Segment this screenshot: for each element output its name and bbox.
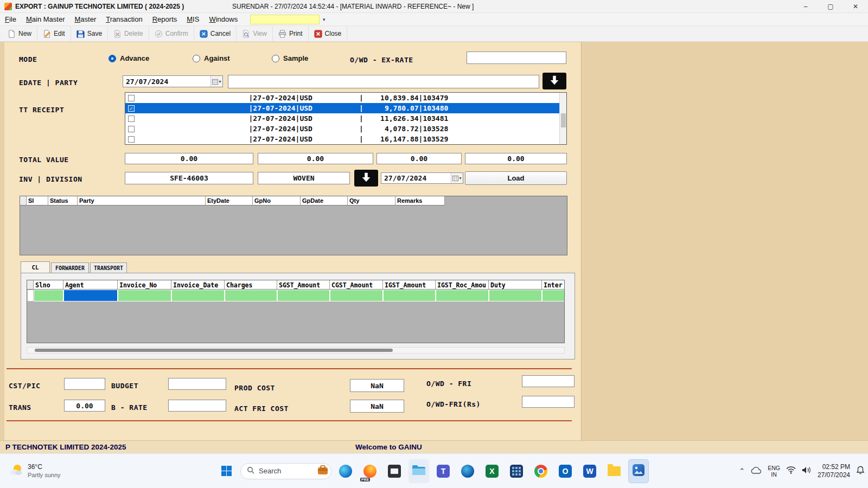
cell-invoice-date[interactable] (171, 290, 225, 301)
file-explorer-icon[interactable] (409, 459, 429, 483)
chrome-icon[interactable] (531, 459, 551, 483)
close-button[interactable]: Close (309, 26, 348, 41)
budget-input[interactable] (168, 378, 226, 390)
clock[interactable]: 02:52 PM 27/07/2024 (818, 463, 850, 479)
cell-igst-roc-amount[interactable] (436, 290, 489, 301)
view-button[interactable]: View (237, 26, 273, 41)
minimize-button[interactable]: – (793, 0, 818, 13)
edge-icon[interactable] (335, 459, 356, 483)
language-indicator[interactable]: ENG IN (768, 465, 780, 478)
inv-date-picker[interactable]: 27/07/2024 ▾ (381, 172, 463, 184)
calendar-icon[interactable]: ▾ (451, 173, 463, 183)
system-tray: ⌃ ENG IN 02:52 PM 27/07/2024 (739, 454, 865, 488)
outlook-icon[interactable]: O (555, 459, 576, 483)
checkbox-icon[interactable] (128, 95, 135, 101)
taskbar-search[interactable]: Search (240, 463, 331, 479)
b-rate-input[interactable] (168, 400, 226, 412)
checkbox-icon[interactable] (128, 136, 135, 143)
total-value-1[interactable]: 0.00 (125, 153, 253, 164)
cell-slno[interactable] (34, 290, 63, 301)
menu-reports[interactable]: Reports (148, 14, 182, 25)
scrollbar-thumb[interactable] (35, 349, 393, 352)
total-value-3[interactable]: 0.00 (376, 153, 462, 164)
party-input[interactable] (228, 75, 539, 88)
cell-duty[interactable] (489, 290, 542, 301)
cell-inter[interactable] (542, 290, 565, 301)
menu-windows[interactable]: Windows (204, 14, 242, 25)
checkbox-icon[interactable] (128, 126, 135, 132)
grid-horizontal-scrollbar[interactable] (27, 347, 565, 354)
calendar-icon[interactable]: ▾ (210, 76, 222, 87)
fetch-invoice-button[interactable] (354, 170, 378, 187)
menu-transaction[interactable]: Transaction (101, 14, 147, 25)
teams-icon[interactable]: T (433, 459, 454, 483)
owd-fri-input[interactable] (522, 375, 575, 387)
tt-receipt-row[interactable]: |27-07-2024|USD | 4,078.72|103528 (125, 124, 566, 134)
word-icon[interactable]: W (579, 459, 600, 483)
save-button[interactable]: Save (71, 26, 108, 41)
cell-invoice-no[interactable] (118, 290, 171, 301)
mode-radio-against[interactable]: Against (193, 54, 230, 62)
division-input[interactable]: WOVEN (258, 172, 350, 184)
close-window-button[interactable]: ✕ (843, 0, 868, 13)
mode-radio-sample[interactable]: Sample (272, 54, 308, 62)
tray-chevron-up-icon[interactable]: ⌃ (739, 467, 745, 475)
scrollbar-thumb[interactable] (561, 113, 566, 127)
combo-dropdown-icon[interactable]: ▾ (320, 15, 328, 24)
menu-main-master[interactable]: Main Master (21, 14, 70, 25)
tab-cl[interactable]: CL (21, 261, 50, 273)
tt-receipt-row[interactable]: |27-07-2024|USD | 16,147.88|103529 (125, 134, 566, 144)
notification-bell-icon[interactable] (856, 466, 865, 477)
owd-fri-rs-input[interactable] (522, 396, 575, 408)
grid-app-icon[interactable] (506, 459, 527, 483)
delete-button[interactable]: Delete (108, 26, 149, 41)
print-button[interactable]: Print (273, 26, 309, 41)
cancel-button[interactable]: Cancel (194, 26, 237, 41)
tab-transport[interactable]: TRANSPORT (90, 262, 127, 273)
tt-receipt-row[interactable]: |27-07-2024|USD | 11,626.34|103481 (125, 113, 566, 124)
menu-master[interactable]: Master (70, 14, 101, 25)
total-value-2[interactable]: 0.00 (258, 153, 373, 164)
mode-radio-advance[interactable]: Advance (108, 54, 149, 62)
act-fri-cost-value[interactable]: NaN (350, 400, 404, 413)
trans-input[interactable]: 0.00 (64, 400, 105, 412)
tt-receipt-row-selected[interactable]: ✓ |27-07-2024|USD | 9,780.07|103480 (125, 103, 566, 113)
quick-search-combo[interactable] (250, 15, 320, 24)
checkbox-icon[interactable] (128, 115, 135, 122)
cell-sgst-amount[interactable] (277, 290, 330, 301)
dark-window-icon[interactable] (384, 459, 405, 483)
load-button[interactable]: Load (465, 171, 567, 185)
photos-icon[interactable] (628, 459, 649, 483)
maximize-button[interactable]: ▢ (818, 0, 843, 13)
folder-icon[interactable] (604, 459, 624, 483)
edge-beta-icon[interactable] (457, 459, 478, 483)
edate-picker[interactable]: 27/07/2024 ▾ (123, 75, 223, 87)
cell-igst-amount[interactable] (383, 290, 436, 301)
excel-icon[interactable]: X (482, 459, 502, 483)
wifi-icon[interactable] (786, 466, 796, 476)
new-button[interactable]: New (2, 26, 37, 41)
total-value-4[interactable]: 0.00 (465, 153, 567, 164)
edit-button[interactable]: Edit (37, 26, 71, 41)
firefox-icon[interactable]: PRE (360, 459, 380, 483)
tab-forwarder[interactable]: FORWARDER (51, 262, 89, 273)
start-button[interactable] (216, 459, 237, 483)
cell-charges[interactable] (225, 290, 277, 301)
menu-mis[interactable]: MIS (182, 14, 204, 25)
row-selector-cell[interactable] (27, 290, 34, 301)
exrate-input[interactable] (467, 52, 566, 64)
weather-widget[interactable]: 36°C Partly sunny (4, 454, 65, 488)
onedrive-icon[interactable] (751, 466, 762, 476)
prod-cost-value[interactable]: NaN (350, 379, 404, 392)
confirm-button[interactable]: Confirm (149, 26, 194, 41)
volume-icon[interactable] (802, 466, 812, 476)
invoice-no-input[interactable]: SFE-46003 (125, 172, 253, 184)
cst-pic-input[interactable] (64, 378, 105, 390)
fetch-receipts-button[interactable] (542, 73, 566, 89)
tt-receipt-row[interactable]: |27-07-2024|USD | 10,839.84|103479 (125, 93, 566, 103)
list-scrollbar[interactable] (559, 93, 566, 144)
checkbox-checked-icon[interactable]: ✓ (128, 105, 135, 112)
cell-agent-selected[interactable] (63, 290, 118, 301)
cell-cgst-amount[interactable] (330, 290, 383, 301)
menu-file[interactable]: File (0, 14, 21, 25)
